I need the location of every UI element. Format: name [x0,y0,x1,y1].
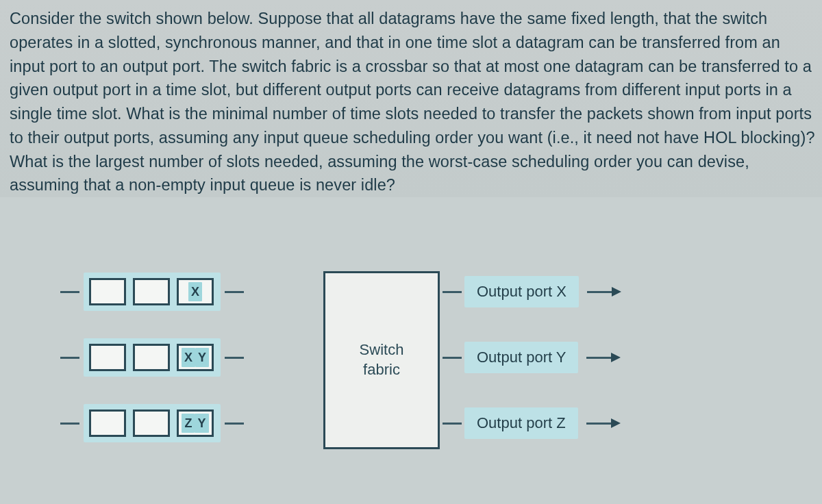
input-row-3: Z Y [60,404,244,442]
packet-x: X [182,348,195,367]
output-label-z: Output port Z [464,407,578,439]
arrow-icon [587,287,621,297]
output-label-y: Output port Y [464,342,578,373]
queue-slot: Z Y [177,410,214,437]
queue-slot [89,278,126,305]
output-row-x: Output port X [443,273,621,311]
output-row-y: Output port Y [443,338,621,377]
fabric-label-line1: Switch [360,340,404,360]
arrow-icon [586,418,621,428]
input-queue-1: X [84,273,221,311]
output-ports: Output port X Output port Y Output port … [443,273,621,442]
connector [225,423,244,425]
queue-slot [89,410,126,437]
input-queue-2: X Y [84,338,221,377]
input-row-2: X Y [60,338,244,377]
queue-slot: X [177,278,214,305]
queue-slot: X Y [177,344,214,371]
connector [443,357,462,359]
queue-slot [133,410,170,437]
packet-y: Y [195,414,208,433]
arrow-icon [586,353,621,362]
input-tick [60,291,79,293]
packet-z: Z [182,414,195,433]
input-ports: X X Y Z Y [60,273,244,442]
connector [225,357,244,359]
input-tick [60,423,79,425]
input-tick [60,357,79,359]
packet-y: Y [195,348,209,367]
packet-x: X [188,282,202,301]
output-row-z: Output port Z [443,404,621,442]
connector [443,291,462,293]
queue-slot [133,278,170,305]
connector [443,423,462,425]
input-row-1: X [60,273,244,311]
output-label-x: Output port X [464,276,579,307]
question-text: Consider the switch shown below. Suppose… [10,7,817,197]
queue-slot [133,344,170,371]
fabric-label-line2: fabric [363,360,400,380]
switch-fabric: Switch fabric [323,271,440,449]
input-queue-3: Z Y [84,404,221,442]
queue-slot [89,344,126,371]
connector [225,291,244,293]
